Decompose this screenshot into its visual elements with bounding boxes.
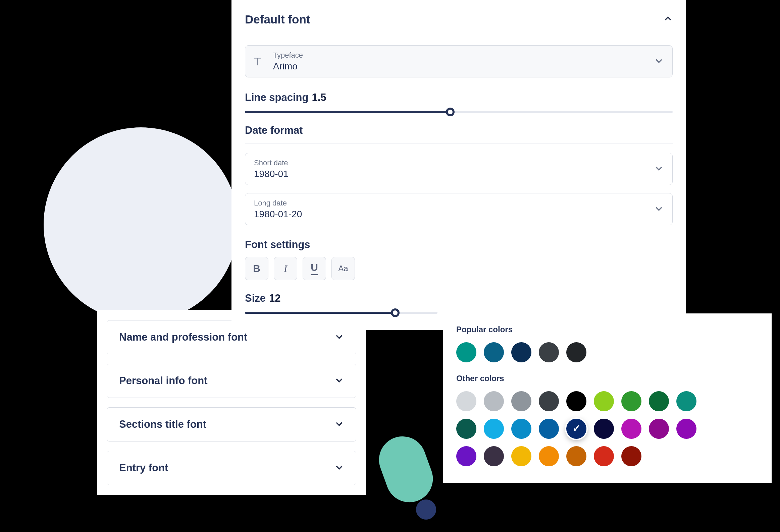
color-swatch[interactable] xyxy=(539,391,559,411)
chevron-down-icon xyxy=(335,375,344,386)
italic-button[interactable]: I xyxy=(274,257,297,280)
chevron-down-icon xyxy=(654,204,664,215)
color-swatch[interactable] xyxy=(511,446,531,466)
color-picker-panel: Popular colors Other colors ✓ xyxy=(443,313,772,483)
typeface-value: Arimo xyxy=(273,61,642,72)
color-swatch[interactable] xyxy=(511,419,531,439)
color-swatch[interactable] xyxy=(594,419,614,439)
color-swatch[interactable] xyxy=(456,342,476,362)
color-swatch[interactable] xyxy=(621,419,641,439)
color-swatch[interactable] xyxy=(621,391,641,411)
panel-title: Default font xyxy=(245,13,310,26)
long-date-label: Long date xyxy=(254,199,642,208)
color-swatch[interactable] xyxy=(676,419,696,439)
type-icon: T xyxy=(254,55,261,68)
other-colors-title: Other colors xyxy=(456,374,758,383)
divider xyxy=(245,35,673,35)
color-swatch[interactable] xyxy=(456,419,476,439)
color-swatch[interactable] xyxy=(511,342,531,362)
color-swatch[interactable] xyxy=(484,391,504,411)
popular-colors-title: Popular colors xyxy=(456,325,758,334)
color-swatch[interactable]: ✓ xyxy=(566,419,586,439)
color-swatch[interactable] xyxy=(649,391,669,411)
short-date-select[interactable]: Short date 1980-01 xyxy=(245,153,673,185)
color-swatch[interactable] xyxy=(566,391,586,411)
font-section-label: Personal info font xyxy=(119,375,208,387)
color-swatch[interactable] xyxy=(594,391,614,411)
font-section-label: Entry font xyxy=(119,462,168,474)
size-value: 12 xyxy=(269,292,281,304)
long-date-value: 1980-01-20 xyxy=(254,209,642,220)
default-font-panel: Default font T Typeface Arimo Line spaci… xyxy=(232,0,686,330)
color-swatch[interactable] xyxy=(539,342,559,362)
background-blob-teal xyxy=(373,430,439,509)
chevron-down-icon xyxy=(335,463,344,473)
background-blob-navy xyxy=(416,499,436,520)
size-slider[interactable] xyxy=(245,312,437,314)
slider-thumb[interactable] xyxy=(446,108,454,116)
color-swatch[interactable] xyxy=(456,446,476,466)
chevron-down-icon xyxy=(654,164,664,174)
font-section-row[interactable]: Entry font xyxy=(107,451,356,485)
color-swatch[interactable] xyxy=(511,391,531,411)
font-section-label: Name and profession font xyxy=(119,331,247,343)
line-spacing-label: Line spacing xyxy=(245,92,308,104)
color-swatch[interactable] xyxy=(484,342,504,362)
font-section-row[interactable]: Personal info font xyxy=(107,364,356,398)
color-swatch[interactable] xyxy=(484,446,504,466)
short-date-value: 1980-01 xyxy=(254,169,642,179)
chevron-down-icon xyxy=(335,419,344,430)
chevron-down-icon xyxy=(335,332,344,342)
date-format-title: Date format xyxy=(245,124,303,137)
underline-button[interactable]: U xyxy=(303,257,326,280)
font-section-label: Sections title font xyxy=(119,418,206,430)
font-section-row[interactable]: Sections title font xyxy=(107,407,356,441)
color-swatch[interactable] xyxy=(539,419,559,439)
typeface-label: Typeface xyxy=(273,51,642,60)
color-swatch[interactable] xyxy=(594,446,614,466)
case-button[interactable]: Aa xyxy=(332,257,355,280)
bold-button[interactable]: B xyxy=(245,257,269,280)
color-swatch[interactable] xyxy=(621,446,641,466)
font-settings-title: Font settings xyxy=(245,239,310,251)
chevron-down-icon xyxy=(654,56,664,67)
size-label: Size xyxy=(245,292,266,304)
line-spacing-slider[interactable] xyxy=(245,111,673,113)
line-spacing-value: 1.5 xyxy=(312,92,326,104)
check-icon: ✓ xyxy=(572,422,581,434)
color-swatch[interactable] xyxy=(484,419,504,439)
color-swatch[interactable] xyxy=(566,446,586,466)
short-date-label: Short date xyxy=(254,159,642,167)
color-swatch[interactable] xyxy=(566,342,586,362)
font-sections-panel: Name and profession fontPersonal info fo… xyxy=(97,310,366,495)
color-swatch[interactable] xyxy=(456,391,476,411)
long-date-select[interactable]: Long date 1980-01-20 xyxy=(245,193,673,225)
collapse-icon[interactable] xyxy=(663,14,673,25)
typeface-select[interactable]: T Typeface Arimo xyxy=(245,45,673,77)
color-swatch[interactable] xyxy=(649,419,669,439)
color-swatch[interactable] xyxy=(539,446,559,466)
color-swatch[interactable] xyxy=(676,391,696,411)
background-blob xyxy=(44,127,238,322)
slider-thumb[interactable] xyxy=(391,308,399,317)
